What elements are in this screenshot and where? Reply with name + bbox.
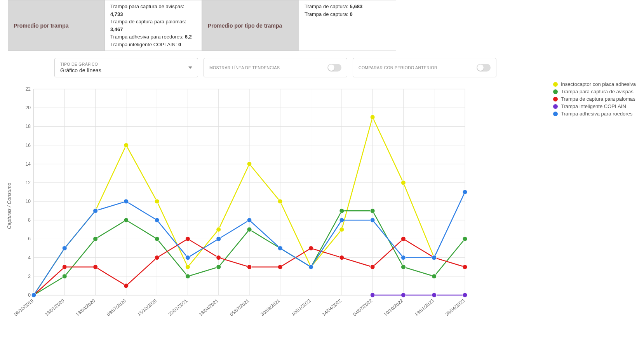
stat-line: Trampa de captura: 0 <box>305 10 390 18</box>
legend-label: Insectocaptor con placa adhesiva <box>561 81 636 87</box>
stat-line: Trampa de captura para palomas: 3,467 <box>110 18 196 33</box>
svg-point-62 <box>216 227 221 232</box>
svg-text:13/01/2020: 13/01/2020 <box>44 298 65 317</box>
legend-item[interactable]: Trampa adhesiva para roedores <box>553 111 640 117</box>
svg-point-74 <box>155 236 159 241</box>
svg-text:22: 22 <box>26 86 31 92</box>
svg-point-80 <box>339 208 344 213</box>
toggle-icon <box>477 64 491 72</box>
svg-point-59 <box>124 143 129 148</box>
svg-text:20: 20 <box>26 105 31 110</box>
svg-point-113 <box>309 265 313 269</box>
svg-point-108 <box>155 218 159 222</box>
legend-item[interactable]: Insectocaptor con placa adhesiva <box>553 81 640 87</box>
svg-point-99 <box>463 265 467 269</box>
legend-dot-icon <box>553 97 558 101</box>
avg-per-trap-body: Trampa para captura de avispas: 4,733Tra… <box>105 0 202 51</box>
svg-point-72 <box>93 236 98 241</box>
svg-point-112 <box>278 246 282 251</box>
legend-label: Trampa adhesiva para roedores <box>561 111 633 117</box>
svg-point-103 <box>463 293 467 297</box>
svg-text:10/10/2022: 10/10/2022 <box>383 298 404 317</box>
svg-text:14: 14 <box>26 161 31 167</box>
chart-type-select[interactable]: TIPO DE GRÁFICO Gráfico de líneas <box>54 58 198 77</box>
legend-item[interactable]: Trampa inteligente COPLAIN <box>553 103 640 109</box>
svg-point-71 <box>62 274 67 279</box>
svg-point-115 <box>370 218 375 222</box>
svg-point-83 <box>432 274 437 279</box>
svg-text:04/07/2022: 04/07/2022 <box>352 298 373 317</box>
svg-point-100 <box>370 293 375 297</box>
legend: Insectocaptor con placa adhesivaTrampa p… <box>551 81 640 330</box>
compare-toggle[interactable]: COMPARAR CON PERIODO ANTERIOR <box>353 58 496 77</box>
svg-point-105 <box>62 246 67 251</box>
svg-text:19/01/2023: 19/01/2023 <box>414 298 435 317</box>
toggle-icon <box>327 64 341 72</box>
compare-label: COMPARAR CON PERIODO ANTERIOR <box>359 65 437 70</box>
legend-dot-icon <box>553 112 558 116</box>
legend-label: Trampa para captura de avispas <box>561 89 634 94</box>
stats-bar: Promedio por trampa Trampa para captura … <box>8 0 644 51</box>
svg-text:05/07/2021: 05/07/2021 <box>229 298 250 317</box>
legend-label: Trampa de captura para palomas <box>561 96 635 102</box>
stat-line: Trampa para captura de avispas: 4,733 <box>110 3 196 18</box>
legend-dot-icon <box>553 89 558 94</box>
svg-point-60 <box>155 199 159 204</box>
svg-text:15/10/2020: 15/10/2020 <box>136 298 158 317</box>
stat-line: Trampa inteligente COPLAIN: 0 <box>110 41 196 49</box>
svg-point-82 <box>401 265 406 269</box>
svg-point-116 <box>401 255 406 260</box>
svg-text:12: 12 <box>26 180 31 185</box>
svg-point-81 <box>370 208 375 213</box>
svg-text:30/09/2021: 30/09/2021 <box>259 298 281 317</box>
svg-text:8: 8 <box>28 217 31 223</box>
svg-point-97 <box>401 236 406 241</box>
svg-point-95 <box>339 255 344 260</box>
svg-point-61 <box>185 265 190 269</box>
legend-item[interactable]: Trampa de captura para palomas <box>553 96 640 102</box>
svg-point-107 <box>124 199 129 204</box>
chart-area: Capturas / Consumo 024681012141618202208… <box>4 81 640 330</box>
svg-text:28/04/2023: 28/04/2023 <box>444 298 466 317</box>
svg-point-76 <box>216 265 221 269</box>
legend-dot-icon <box>553 82 558 87</box>
svg-point-111 <box>247 218 252 222</box>
svg-text:0: 0 <box>28 292 31 298</box>
svg-point-110 <box>216 236 221 241</box>
svg-point-63 <box>247 162 252 166</box>
svg-point-104 <box>31 293 36 297</box>
svg-text:10/01/2022: 10/01/2022 <box>290 298 312 317</box>
svg-text:14/04/2022: 14/04/2022 <box>321 298 343 317</box>
svg-text:16: 16 <box>26 143 31 148</box>
legend-item[interactable]: Trampa para captura de avispas <box>553 89 640 94</box>
svg-point-84 <box>463 236 467 241</box>
avg-per-type-body: Trampa de captura: 5,683Trampa de captur… <box>299 0 396 51</box>
svg-point-89 <box>155 255 159 260</box>
svg-point-87 <box>93 265 98 269</box>
svg-point-73 <box>124 218 129 222</box>
svg-point-64 <box>278 199 282 204</box>
svg-point-93 <box>278 265 282 269</box>
svg-point-86 <box>62 265 67 269</box>
svg-text:18: 18 <box>26 124 31 129</box>
svg-text:2: 2 <box>28 274 31 279</box>
svg-point-94 <box>309 246 313 251</box>
svg-point-92 <box>247 265 252 269</box>
svg-text:10: 10 <box>26 199 31 204</box>
svg-point-67 <box>370 115 375 119</box>
svg-point-90 <box>185 236 190 241</box>
svg-point-117 <box>432 255 437 260</box>
stat-line: Trampa adhesiva para roedores: 6,2 <box>110 33 196 41</box>
svg-point-66 <box>339 227 344 232</box>
svg-text:6: 6 <box>28 236 31 241</box>
svg-text:08/10/2019: 08/10/2019 <box>14 298 35 317</box>
chart-type-label: TIPO DE GRÁFICO <box>60 62 101 66</box>
avg-per-trap-header: Promedio por trampa <box>8 0 105 51</box>
controls-row: TIPO DE GRÁFICO Gráfico de líneas MOSTRA… <box>54 58 644 77</box>
svg-point-106 <box>93 208 98 213</box>
svg-point-68 <box>401 180 406 185</box>
stat-line: Trampa de captura: 5,683 <box>305 3 390 10</box>
trendline-label: MOSTRAR LÍNEA DE TENDENCIAS <box>209 65 280 70</box>
svg-point-75 <box>185 274 190 279</box>
trendline-toggle[interactable]: MOSTRAR LÍNEA DE TENDENCIAS <box>204 58 347 77</box>
